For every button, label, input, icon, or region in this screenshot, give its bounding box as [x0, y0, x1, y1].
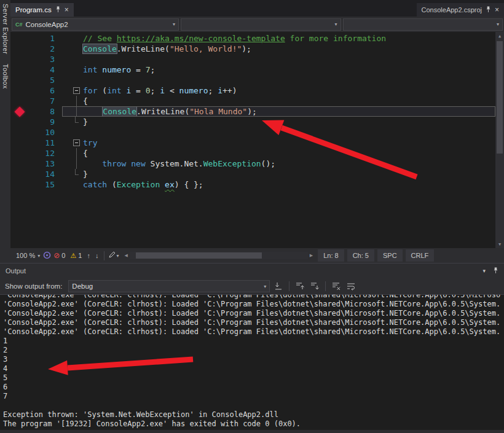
fold-gutter[interactable]: [62, 85, 83, 96]
fold-gutter[interactable]: [62, 106, 83, 117]
breakpoint-margin[interactable]: [10, 85, 29, 96]
close-icon[interactable]: ×: [65, 6, 69, 14]
fold-collapse-icon[interactable]: [73, 87, 80, 94]
code-text: {: [83, 148, 88, 158]
fold-gutter[interactable]: [62, 117, 83, 127]
pin-icon[interactable]: [55, 6, 61, 14]
previous-message-icon[interactable]: [294, 280, 306, 292]
line-number: 1: [29, 33, 62, 44]
member-dropdown[interactable]: ▾: [343, 18, 503, 31]
code-line[interactable]: 10: [10, 127, 495, 138]
breakpoint-margin[interactable]: [10, 158, 29, 169]
clear-all-icon[interactable]: [330, 280, 342, 292]
fold-gutter[interactable]: [62, 169, 83, 179]
scrollbar-thumb[interactable]: [497, 41, 503, 154]
fold-gutter[interactable]: [62, 179, 83, 190]
breakpoint-margin[interactable]: [10, 96, 29, 106]
code-line[interactable]: 6for (int i = 0; i < numero; i++): [10, 85, 495, 96]
tab-program-cs[interactable]: Program.cs ×: [10, 3, 74, 17]
warning-count[interactable]: ⚠ 1: [68, 252, 84, 260]
tab-consoleapp2-csproj[interactable]: ConsoleApp2.csproj ×: [417, 3, 504, 17]
code-line[interactable]: 13 throw new System.Net.WebException();: [10, 158, 495, 169]
breakpoint-margin[interactable]: [10, 33, 29, 44]
sidebar-item-server-explorer[interactable]: Server Explorer: [2, 4, 9, 54]
scroll-up-icon[interactable]: ▲: [495, 32, 504, 40]
editor-vertical-scrollbar[interactable]: ▲ ▼: [495, 32, 504, 248]
auto-hide-pin-icon[interactable]: [493, 267, 498, 275]
code-line[interactable]: 5: [10, 75, 495, 85]
output-source-dropdown[interactable]: Debug ▾: [68, 280, 270, 292]
breakpoint-margin[interactable]: [10, 148, 29, 158]
fold-gutter[interactable]: [62, 64, 83, 75]
fold-gutter[interactable]: [62, 33, 83, 44]
previous-issue-icon[interactable]: ↑: [84, 252, 93, 259]
breakpoint-margin[interactable]: [10, 64, 29, 75]
status-line-ending[interactable]: CRLF: [406, 249, 435, 262]
breakpoint-margin[interactable]: [10, 106, 29, 117]
code-line[interactable]: 14}: [10, 169, 495, 179]
breakpoint-margin[interactable]: [10, 169, 29, 179]
scroll-down-icon[interactable]: ▼: [495, 240, 504, 248]
fold-gutter[interactable]: [62, 148, 83, 158]
breakpoint-margin[interactable]: [10, 44, 29, 54]
next-message-icon[interactable]: [309, 280, 321, 292]
line-number: 15: [29, 179, 62, 190]
output-panel-header[interactable]: Output ▾: [0, 263, 504, 278]
output-line: 'ConsoleApp2.exe' (CoreCLR: clrhost): Lo…: [3, 294, 504, 300]
type-dropdown[interactable]: ▾: [181, 18, 341, 31]
fold-gutter[interactable]: [62, 158, 83, 169]
scroll-left-icon[interactable]: ◀: [122, 253, 129, 258]
breakpoint-margin[interactable]: [10, 127, 29, 138]
document-health-icon[interactable]: [43, 251, 51, 260]
scroll-right-icon[interactable]: ▶: [308, 253, 315, 258]
code-cleanup-icon[interactable]: [108, 251, 116, 260]
divider: [104, 251, 104, 260]
breakpoint-margin[interactable]: [10, 75, 29, 85]
next-issue-icon[interactable]: ↓: [93, 252, 101, 259]
error-count[interactable]: ⊘ 0: [51, 251, 68, 260]
breakpoint-margin[interactable]: [10, 117, 29, 127]
code-line[interactable]: 7{: [10, 96, 495, 106]
window-menu-chevron-icon[interactable]: ▾: [482, 268, 486, 274]
fold-collapse-icon[interactable]: [73, 139, 80, 146]
chevron-down-icon[interactable]: ▾: [116, 253, 119, 259]
status-indent-mode[interactable]: SPC: [377, 249, 403, 262]
status-line-number[interactable]: Ln: 8: [318, 249, 344, 262]
code-editor[interactable]: 1// See https://aka.ms/new-console-templ…: [10, 32, 504, 248]
fold-gutter[interactable]: [62, 75, 83, 85]
fold-gutter[interactable]: [62, 44, 83, 54]
fold-gutter[interactable]: [62, 54, 83, 64]
code-line[interactable]: 3: [10, 54, 495, 64]
code-line[interactable]: 11try: [10, 138, 495, 148]
output-text[interactable]: 'ConsoleApp2.exe' (CoreCLR: clrhost): Lo…: [0, 294, 504, 430]
code-line[interactable]: 12{: [10, 148, 495, 158]
scrollbar-track[interactable]: [495, 40, 504, 240]
vs-window: Server Explorer Toolbox Program.cs × Con…: [0, 0, 504, 433]
warning-icon: ⚠: [70, 252, 76, 260]
fold-gutter[interactable]: [62, 96, 83, 106]
pin-icon[interactable]: [486, 6, 491, 14]
breakpoint-margin[interactable]: [10, 54, 29, 64]
sidebar-item-toolbox[interactable]: Toolbox: [2, 64, 9, 89]
code-line[interactable]: 15catch (Exception ex) { };: [10, 179, 495, 190]
scrollbar-thumb[interactable]: [136, 252, 262, 259]
code-line[interactable]: 1// See https://aka.ms/new-console-templ…: [10, 33, 495, 44]
code-line[interactable]: 4int numero = 7;: [10, 64, 495, 75]
breakpoint-diamond-icon[interactable]: [15, 106, 25, 117]
scrollbar-track[interactable]: [130, 252, 308, 259]
horizontal-scrollbar[interactable]: ◀ ▶: [122, 252, 315, 259]
status-column-number[interactable]: Ch: 5: [347, 249, 374, 262]
code-line[interactable]: 2Console.WriteLine("Hello, World!");: [10, 44, 495, 54]
fold-gutter[interactable]: [62, 127, 83, 138]
word-wrap-icon[interactable]: [345, 280, 357, 292]
code-line[interactable]: 9}: [10, 117, 495, 127]
breakpoint-margin[interactable]: [10, 138, 29, 148]
zoom-dropdown[interactable]: 100 % ▾: [13, 252, 43, 259]
code-line[interactable]: 8 Console.WriteLine("Hola Mundo");: [10, 106, 495, 117]
find-message-icon[interactable]: [272, 280, 285, 292]
output-line: [3, 401, 504, 410]
breakpoint-margin[interactable]: [10, 179, 29, 190]
fold-gutter[interactable]: [62, 138, 83, 148]
close-icon[interactable]: ×: [495, 6, 499, 14]
project-dropdown[interactable]: C# ConsoleApp2 ▾: [12, 18, 179, 31]
